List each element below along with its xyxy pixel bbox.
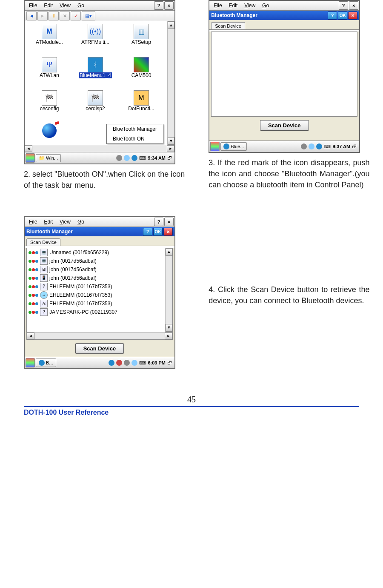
menu-bar: File Edit View Go ? × [25, 1, 174, 11]
device-item[interactable]: 💻john (0017d56adbaf) [27, 257, 166, 265]
menu-file[interactable]: File [26, 2, 40, 9]
ok-button[interactable]: OK [338, 11, 347, 20]
scroll-up-icon[interactable]: ▲ [166, 248, 172, 256]
app-icon[interactable]: 🏁 [42, 90, 57, 106]
menu-go[interactable]: Go [259, 2, 272, 9]
system-tray[interactable]: ⌨ 9:37 AM 🗗 [299, 143, 358, 149]
list-horizontal-scrollbar[interactable]: ◄► [27, 332, 172, 339]
horizontal-scrollbar[interactable]: ◄► [25, 145, 174, 152]
device-list[interactable]: 💻Unnamed (001f6b656229) 💻john (0017d56ad… [26, 248, 173, 340]
desktop-icon[interactable]: 🗗 [167, 155, 172, 161]
tray-icon[interactable] [131, 360, 137, 366]
system-tray[interactable]: ⌨ 9:34 AM 🗗 [114, 155, 174, 161]
desktop-icon[interactable]: 🗗 [167, 360, 172, 365]
ok-button[interactable]: OK [153, 228, 163, 236]
start-button[interactable] [210, 142, 220, 151]
device-item[interactable]: 📱john (0017d56adbaf) [27, 274, 166, 282]
app-icon[interactable]: M [134, 90, 149, 106]
app-icon[interactable]: ((•)) [88, 24, 103, 39]
menu-bar: File Edit View Go ? × [209, 1, 359, 11]
tray-icon[interactable] [124, 155, 130, 161]
vertical-scrollbar[interactable]: ▲▼ [167, 21, 174, 145]
help-icon[interactable]: ? [154, 218, 163, 226]
start-button[interactable] [26, 153, 35, 163]
device-item[interactable]: ↔EHLEEMM (001167bf7353) [27, 291, 166, 299]
close-button[interactable]: ✕ [348, 11, 357, 20]
view-mode-icon[interactable]: ▦▾ [82, 11, 95, 20]
close-icon[interactable]: × [164, 1, 174, 10]
tray-icon[interactable] [116, 360, 122, 366]
scroll-down-icon[interactable]: ▼ [166, 324, 172, 332]
context-menu-item[interactable]: BlueTooth ON [107, 134, 163, 143]
device-item[interactable]: ?JAMESPARK-PC (002119307 [27, 308, 166, 316]
list-vertical-scrollbar[interactable]: ▲▼ [165, 248, 172, 332]
bluetooth-tray-icon[interactable] [316, 143, 322, 149]
scroll-left-icon[interactable]: ◄ [27, 333, 34, 339]
menu-edit[interactable]: Edit [226, 2, 241, 9]
scroll-left-icon[interactable]: ◄ [25, 145, 32, 152]
scroll-right-icon[interactable]: ► [167, 145, 174, 152]
check-icon[interactable]: ✓ [71, 11, 81, 20]
taskbar-button[interactable]: 📁 Win... [36, 154, 61, 162]
back-icon[interactable]: ◄ [26, 11, 37, 20]
menu-edit[interactable]: Edit [40, 2, 56, 9]
help-button[interactable]: ? [143, 228, 152, 236]
file-label: DotFuncti... [128, 106, 154, 112]
tab-scan-device[interactable]: Scan Device [26, 238, 60, 246]
keyboard-icon[interactable]: ⌨ [139, 360, 146, 366]
bluetooth-icon[interactable]: ᚼ [88, 57, 103, 72]
close-icon[interactable]: × [164, 218, 174, 226]
menu-edit[interactable]: Edit [40, 218, 56, 226]
keyboard-icon[interactable]: ⌨ [324, 144, 331, 149]
desktop-icon[interactable]: 🗗 [352, 144, 357, 149]
device-type-icon: 💻 [40, 249, 48, 256]
tab-scan-device[interactable]: Scan Device [211, 22, 245, 29]
menu-view[interactable]: View [56, 218, 74, 226]
context-menu[interactable]: BlueTooth Manager BlueTooth ON [106, 124, 163, 144]
device-item[interactable]: 🖨EHLEEMM (001167bf7353) [27, 299, 166, 308]
app-icon[interactable]: Ψ [42, 57, 57, 72]
start-button[interactable] [26, 358, 35, 367]
menu-file[interactable]: File [210, 2, 225, 9]
device-item[interactable]: 💻Unnamed (001f6b656229) [27, 248, 166, 257]
tray-icon[interactable] [309, 143, 314, 149]
bluetooth-tray-icon[interactable] [109, 360, 114, 366]
screenshot-3: File Edit View Go ? × Bluetooth Manager … [24, 216, 175, 369]
taskbar-button[interactable]: B... [36, 359, 56, 367]
tray-icon[interactable] [124, 360, 130, 366]
menu-view[interactable]: View [241, 2, 259, 9]
tray-icon[interactable] [116, 155, 122, 161]
delete-icon[interactable]: ✕ [60, 11, 70, 20]
scan-device-button[interactable]: Scan Device [75, 343, 124, 354]
scroll-up-icon[interactable]: ▲ [168, 21, 174, 29]
close-button[interactable]: ✕ [163, 228, 173, 236]
help-button[interactable]: ? [328, 11, 337, 20]
taskbar-button[interactable]: Blue... [220, 142, 247, 151]
bluetooth-tray-icon[interactable] [131, 155, 137, 161]
globe-icon[interactable] [42, 123, 57, 138]
up-icon[interactable]: ⇧ [49, 11, 59, 20]
device-item[interactable]: 🖥john (0017d56adbaf) [27, 265, 166, 274]
system-tray[interactable]: ⌨ 6:03 PM 🗗 [107, 360, 174, 366]
help-icon[interactable]: ? [339, 1, 348, 10]
help-icon[interactable]: ? [154, 1, 163, 10]
close-icon[interactable]: × [349, 1, 358, 10]
taskbar: B... ⌨ 6:03 PM 🗗 [25, 357, 174, 368]
menu-view[interactable]: View [56, 2, 74, 9]
scan-device-button[interactable]: Scan Device [260, 120, 309, 131]
menu-go[interactable]: Go [74, 218, 88, 226]
menu-file[interactable]: File [26, 218, 40, 226]
app-icon[interactable] [134, 57, 149, 72]
app-icon[interactable]: M [42, 24, 57, 39]
app-icon[interactable]: 🏁 [88, 90, 103, 106]
device-item[interactable]: ?EHLEEMM (001167bf7353) [27, 282, 166, 291]
scroll-right-icon[interactable]: ► [165, 333, 172, 339]
context-menu-item[interactable]: BlueTooth Manager [107, 124, 163, 134]
file-list[interactable]: MATModule... ((•))ATRFMulti... ▥ATSetup … [25, 21, 174, 145]
app-icon[interactable]: ▥ [134, 24, 149, 39]
menu-go[interactable]: Go [74, 2, 88, 9]
file-label: ceconfig [40, 106, 59, 112]
scroll-down-icon[interactable]: ▼ [168, 137, 174, 145]
keyboard-icon[interactable]: ⌨ [139, 155, 146, 161]
tray-icon[interactable] [301, 143, 307, 149]
